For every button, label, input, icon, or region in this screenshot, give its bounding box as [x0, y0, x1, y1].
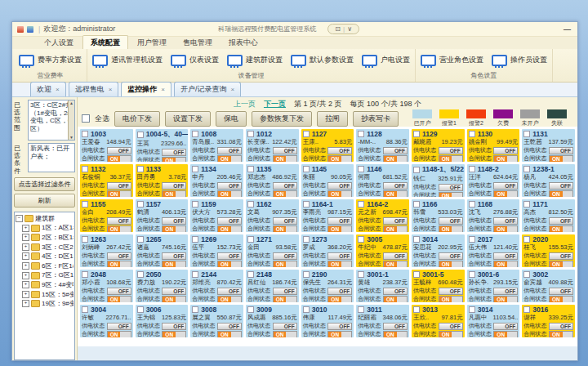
supply-toggle[interactable]: OFF [217, 288, 242, 295]
supply-toggle[interactable]: OFF [549, 147, 573, 154]
switch-toggle[interactable]: ON [217, 331, 242, 338]
supply-toggle[interactable]: OFF [107, 288, 131, 295]
switch-toggle[interactable]: ON [162, 261, 186, 268]
switch-toggle[interactable]: ON [439, 296, 463, 303]
cell-checkbox[interactable] [82, 306, 88, 313]
cell-checkbox[interactable] [82, 236, 88, 243]
doc-tab[interactable]: 远程售电 × [69, 82, 119, 96]
supply-toggle[interactable]: OFF [162, 288, 186, 295]
cell-checkbox[interactable] [469, 201, 475, 208]
expand-icon[interactable]: + [22, 262, 29, 270]
supply-toggle[interactable]: OFF [383, 252, 408, 260]
doc-tab[interactable]: 监控操作 × [121, 82, 172, 96]
scroll-down-icon[interactable]: ▼ [69, 135, 74, 140]
cell-checkbox[interactable] [137, 306, 144, 313]
cell-checkbox[interactable] [192, 201, 198, 208]
cell-checkbox[interactable] [82, 271, 88, 278]
switch-toggle[interactable]: ON [383, 225, 408, 233]
ribbon-button[interactable]: 仪表设置 [169, 53, 220, 68]
scroll-up-icon[interactable]: ▲ [69, 100, 74, 105]
action-button[interactable]: 电价下发 [114, 111, 160, 127]
switch-toggle[interactable]: ON [273, 331, 297, 338]
switch-toggle[interactable]: ON [439, 331, 463, 338]
switch-toggle[interactable]: ON [549, 225, 573, 233]
cell-checkbox[interactable] [247, 201, 254, 208]
switch-toggle[interactable]: ON [383, 155, 408, 163]
switch-toggle[interactable]: ON [107, 225, 131, 233]
cell-checkbox[interactable] [303, 131, 310, 137]
supply-toggle[interactable]: OFF [107, 217, 131, 225]
cell-checkbox[interactable] [137, 236, 144, 243]
switch-toggle[interactable]: ON [327, 190, 352, 198]
cell-checkbox[interactable] [137, 271, 144, 278]
cell-checkbox[interactable] [192, 166, 198, 172]
switch-toggle[interactable]: ON [327, 155, 352, 163]
cell-checkbox[interactable] [523, 201, 530, 208]
supply-toggle[interactable]: OFF [493, 217, 518, 225]
refresh-button[interactable]: 刷新 [14, 194, 75, 208]
switch-toggle[interactable]: ON [493, 225, 518, 233]
cell-checkbox[interactable] [303, 271, 310, 278]
tree-item[interactable]: + 15区：5#变电站 (3 [16, 290, 74, 300]
cell-checkbox[interactable] [82, 131, 88, 137]
switch-toggle[interactable]: ON [162, 157, 186, 163]
cell-checkbox[interactable] [247, 131, 254, 137]
switch-toggle[interactable]: ON [327, 331, 352, 338]
cell-checkbox[interactable] [469, 236, 475, 243]
close-icon[interactable]: × [109, 86, 113, 93]
close-icon[interactable]: × [231, 86, 235, 93]
supply-toggle[interactable]: OFF [162, 323, 186, 330]
supply-toggle[interactable]: OFF [383, 323, 408, 330]
tree-item[interactable]: + 6区：F区1#井 (F [16, 261, 74, 271]
switch-toggle[interactable]: ON [439, 225, 463, 233]
switch-toggle[interactable]: ON [549, 296, 573, 303]
doc-tab[interactable]: 欢迎 × [30, 82, 66, 96]
supply-toggle[interactable]: OFF [273, 252, 297, 260]
cell-checkbox[interactable] [247, 271, 254, 278]
switch-toggle[interactable]: ON [273, 190, 297, 198]
supply-toggle[interactable]: OFF [493, 147, 518, 154]
cell-checkbox[interactable] [413, 201, 420, 208]
supply-toggle[interactable]: OFF [383, 288, 408, 295]
cell-checkbox[interactable] [192, 236, 198, 243]
supply-toggle[interactable]: OFF [107, 323, 131, 330]
listbox-scrollbar[interactable]: ▲▼ [68, 100, 74, 140]
supply-toggle[interactable]: OFF [549, 182, 573, 190]
supply-toggle[interactable]: OFF [549, 323, 573, 330]
next-page-link[interactable]: 下一页 [264, 99, 286, 109]
tree-item[interactable]: + 3区：C区2#井 (1 [16, 243, 74, 252]
cell-checkbox[interactable] [303, 166, 310, 172]
switch-toggle[interactable]: ON [217, 190, 242, 198]
switch-toggle[interactable]: ON [493, 155, 518, 163]
select-all-checkbox[interactable] [82, 114, 90, 123]
cell-checkbox[interactable] [192, 131, 198, 137]
switch-toggle[interactable]: ON [383, 261, 408, 268]
cell-checkbox[interactable] [82, 166, 88, 172]
switch-toggle[interactable]: ON [107, 155, 131, 163]
supply-toggle[interactable]: OFF [273, 323, 297, 330]
cell-checkbox[interactable] [523, 166, 530, 172]
ribbon-button[interactable]: 户电设置 [360, 53, 412, 68]
supply-toggle[interactable]: OFF [107, 252, 131, 260]
supply-toggle[interactable]: OFF [217, 217, 242, 225]
action-button[interactable]: 拉闸 [317, 111, 348, 127]
switch-toggle[interactable]: ON [549, 261, 573, 268]
switch-toggle[interactable]: ON [162, 331, 186, 338]
tree-item[interactable]: + 1区：A区1#井 [16, 223, 74, 233]
supply-toggle[interactable]: OFF [327, 323, 352, 330]
switch-toggle[interactable]: ON [327, 261, 352, 268]
switch-toggle[interactable]: ON [549, 331, 573, 338]
switch-toggle[interactable]: ON [162, 190, 186, 198]
switch-toggle[interactable]: ON [327, 296, 352, 303]
ribbon-tab[interactable]: 售电管理 [176, 36, 220, 49]
supply-toggle[interactable]: OFF [383, 217, 408, 225]
cell-checkbox[interactable] [137, 201, 144, 208]
switch-toggle[interactable]: ON [107, 296, 131, 303]
cell-checkbox[interactable] [469, 166, 475, 172]
switch-toggle[interactable]: ON [549, 190, 573, 198]
cell-checkbox[interactable] [413, 271, 420, 278]
cell-checkbox[interactable] [192, 306, 198, 313]
switch-toggle[interactable]: ON [162, 296, 186, 303]
switch-toggle[interactable]: ON [273, 296, 297, 303]
cell-checkbox[interactable] [523, 131, 530, 137]
